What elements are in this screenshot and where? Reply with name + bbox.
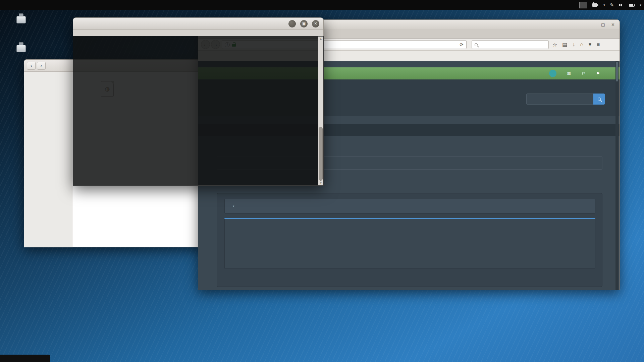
files-sidebar (24, 72, 72, 247)
usb-drive-icon (15, 42, 27, 52)
scroll-down-arrow[interactable]: ▼ (318, 182, 323, 185)
scroll-up-arrow[interactable]: ▲ (318, 37, 323, 40)
desktop-volume-1[interactable] (8, 13, 34, 25)
accessibility-pen-icon[interactable]: ✎ (610, 2, 614, 8)
window-controls: ― ▣ ✕ (288, 20, 319, 27)
maximize-button[interactable]: ▢ (601, 22, 605, 27)
user-account[interactable] (549, 70, 558, 77)
terminal-menubar (73, 29, 324, 36)
toolbar-icons: ☆ ▤ ↓ ⌂ ♥ ≡ (552, 39, 600, 51)
thread-title-input[interactable] (254, 202, 556, 210)
taskbar-stub[interactable] (0, 355, 50, 362)
workspace-indicator[interactable] (579, 2, 587, 8)
editor-toolbar (225, 219, 595, 230)
reload-icon[interactable]: ⟳ (460, 42, 464, 47)
volume-icon[interactable] (619, 3, 624, 7)
search-icon (598, 98, 601, 101)
clock[interactable] (342, 0, 409, 10)
close-button[interactable]: ✕ (312, 20, 319, 27)
minimize-button[interactable]: ― (288, 20, 296, 27)
inbox-link[interactable]: ✉ (567, 71, 573, 76)
chevron-down-icon: ▾ (233, 204, 234, 208)
system-menu-chevron-icon[interactable]: ▾ (640, 3, 641, 7)
chevron-down-icon: ▾ (603, 3, 605, 7)
avatar (549, 70, 556, 77)
usb-drive-icon (15, 13, 27, 23)
site-search (526, 94, 605, 105)
scrollbar-thumb[interactable] (319, 127, 323, 181)
bookmark-flag-icon: ⚑ (596, 71, 600, 76)
editor-body[interactable] (225, 230, 595, 268)
bookmarks-link[interactable]: ⚑ (596, 71, 602, 76)
search-box[interactable] (472, 40, 549, 49)
minimize-button[interactable]: ‒ (593, 22, 595, 27)
site-search-button[interactable] (593, 94, 605, 105)
terminal-window: ― ▣ ✕ ▲ ▼ (73, 17, 324, 186)
gnome-top-bar: ▾ ✎ ▾ (0, 0, 644, 10)
battery-icon[interactable] (629, 4, 635, 7)
keyboard-layout-indicator[interactable]: ▾ (602, 3, 605, 7)
window-controls: ‒ ▢ ✕ (593, 20, 615, 29)
home-icon[interactable]: ⌂ (580, 42, 583, 48)
envelope-icon: ✉ (567, 71, 571, 76)
message-editor (224, 218, 595, 268)
thread-title-row: ▾ (224, 199, 595, 214)
menu-icon[interactable]: ≡ (597, 42, 600, 48)
forward-button[interactable]: › (37, 62, 46, 70)
back-button[interactable]: ‹ (27, 62, 36, 70)
topbar-status-area: ▾ ✎ ▾ (579, 0, 641, 10)
search-icon (475, 43, 478, 46)
scrollbar-thumb[interactable] (616, 62, 618, 81)
create-thread-form: ▾ (217, 193, 602, 287)
site-search-input[interactable] (530, 97, 590, 102)
bell-icon: ⚐ (582, 71, 586, 76)
pocket-icon[interactable]: ♥ (588, 42, 592, 48)
alerts-link[interactable]: ⚐ (582, 71, 588, 76)
terminal-output[interactable] (73, 36, 324, 186)
downloads-icon[interactable]: ↓ (572, 42, 575, 48)
terminal-scrollbar[interactable]: ▲ ▼ (318, 37, 323, 185)
screen-recorder-icon[interactable] (592, 3, 597, 7)
maximize-button[interactable]: ▣ (300, 20, 308, 27)
library-icon[interactable]: ▤ (562, 42, 567, 48)
desktop-volume-2[interactable] (8, 42, 34, 54)
prefix-select[interactable]: ▾ (225, 204, 240, 208)
close-button[interactable]: ✕ (611, 22, 615, 27)
site-search-field[interactable] (526, 94, 593, 105)
bookmark-star-icon[interactable]: ☆ (552, 42, 557, 48)
page-scrollbar[interactable] (615, 61, 619, 290)
search-input[interactable] (480, 42, 546, 47)
terminal-titlebar[interactable]: ― ▣ ✕ (73, 17, 324, 29)
